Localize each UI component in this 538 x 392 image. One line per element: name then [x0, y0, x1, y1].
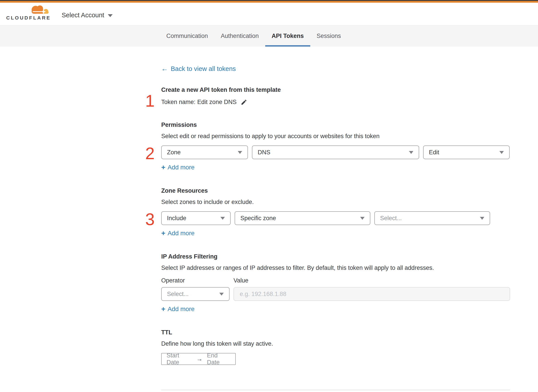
operator-placeholder: Select...: [167, 291, 189, 298]
permissions-heading: Permissions: [161, 121, 510, 128]
zone-mode-select[interactable]: Include: [161, 211, 231, 225]
zone-mode-value: Include: [167, 215, 186, 222]
add-more-label: Add more: [168, 306, 195, 313]
ip-filtering-add-more-link[interactable]: + Add more: [161, 305, 195, 313]
permissions-select-row: 2 Zone DNS Edit: [161, 145, 510, 159]
add-more-label: Add more: [168, 164, 195, 171]
app-header: CLOUDFLARE Select Account: [0, 3, 538, 25]
plus-icon: +: [161, 163, 165, 171]
permission-access-select[interactable]: Edit: [423, 145, 510, 159]
caret-down-icon: [409, 151, 413, 154]
caret-down-icon: [360, 217, 365, 220]
footer-divider: [161, 390, 510, 390]
account-selector-label: Select Account: [62, 12, 104, 19]
permission-scope-value: Zone: [167, 149, 181, 156]
step-marker-3: 3: [145, 211, 154, 228]
operator-label: Operator: [161, 277, 234, 284]
caret-down-icon: [480, 217, 484, 220]
permission-access-value: Edit: [429, 149, 439, 156]
tab-api-tokens[interactable]: API Tokens: [265, 25, 310, 47]
zone-type-value: Specific zone: [240, 215, 276, 222]
ip-controls-row: Select...: [161, 287, 510, 301]
caret-down-icon: [499, 151, 504, 154]
plus-icon: +: [161, 229, 165, 237]
back-link[interactable]: ← Back to view all tokens: [161, 65, 236, 73]
permissions-description: Select edit or read permissions to apply…: [161, 133, 510, 140]
edit-pencil-icon[interactable]: [241, 99, 247, 106]
permissions-add-more-link[interactable]: + Add more: [161, 163, 195, 171]
plus-icon: +: [161, 305, 165, 313]
zone-resources-add-more-link[interactable]: + Add more: [161, 229, 195, 237]
tab-sessions[interactable]: Sessions: [310, 25, 347, 47]
back-link-label: Back to view all tokens: [171, 65, 236, 73]
zone-picker-placeholder: Select...: [380, 215, 402, 222]
page-title: Create a new API token from this templat…: [161, 86, 510, 93]
add-more-label: Add more: [168, 230, 195, 237]
operator-select[interactable]: Select...: [161, 287, 229, 301]
tab-authentication[interactable]: Authentication: [215, 25, 265, 47]
caret-down-icon: [238, 151, 242, 154]
permission-scope-select[interactable]: Zone: [161, 145, 248, 159]
zone-picker-select[interactable]: Select...: [374, 211, 490, 225]
token-name-label: Token name:: [161, 99, 196, 106]
zone-type-select[interactable]: Specific zone: [235, 211, 370, 225]
tab-communication[interactable]: Communication: [160, 25, 215, 47]
step-marker-1: 1: [145, 93, 154, 109]
top-accent-bar: [0, 0, 538, 3]
token-intro-section: Create a new API token from this templat…: [161, 86, 510, 106]
zone-resources-description: Select zones to include or exclude.: [161, 199, 510, 205]
ttl-description: Define how long this token will stay act…: [161, 340, 510, 347]
step-marker-2: 2: [145, 145, 154, 162]
ttl-heading: TTL: [161, 329, 510, 336]
end-date-placeholder: End Date: [207, 352, 230, 366]
back-arrow-icon: ←: [161, 65, 168, 73]
main-content: ← Back to view all tokens Create a new A…: [161, 47, 510, 392]
zone-resources-section: Zone Resources Select zones to include o…: [161, 187, 510, 237]
zone-resources-heading: Zone Resources: [161, 187, 510, 194]
permission-service-select[interactable]: DNS: [252, 145, 419, 159]
logo-wordmark: CLOUDFLARE: [6, 15, 50, 21]
ip-filtering-section: IP Address Filtering Select IP addresses…: [161, 253, 510, 313]
caret-down-icon: [220, 217, 225, 220]
caret-down-icon: [219, 293, 224, 296]
zone-resources-select-row: 3 Include Specific zone Select...: [161, 211, 510, 225]
permissions-section: Permissions Select edit or read permissi…: [161, 121, 510, 171]
caret-down-icon: [108, 14, 113, 17]
ttl-section: TTL Define how long this token will stay…: [161, 329, 510, 365]
ip-value-input[interactable]: [234, 287, 510, 301]
ip-filtering-description: Select IP addresses or ranges of IP addr…: [161, 265, 510, 271]
ttl-date-range-picker[interactable]: Start Date → End Date: [161, 353, 236, 365]
account-selector[interactable]: Select Account: [62, 12, 113, 19]
ip-filtering-heading: IP Address Filtering: [161, 253, 510, 260]
permission-service-value: DNS: [258, 149, 270, 156]
tab-bar: Communication Authentication API Tokens …: [0, 25, 538, 47]
ip-field-labels: Operator Value: [161, 277, 510, 284]
cloudflare-logo: CLOUDFLARE: [6, 4, 50, 21]
token-name-line: 1 Token name: Edit zone DNS: [161, 99, 510, 106]
cloudflare-cloud-icon: [27, 4, 50, 16]
token-name-value: Edit zone DNS: [197, 99, 237, 106]
start-date-placeholder: Start Date: [167, 352, 192, 366]
arrow-right-icon: →: [196, 355, 202, 363]
value-label: Value: [234, 277, 248, 284]
